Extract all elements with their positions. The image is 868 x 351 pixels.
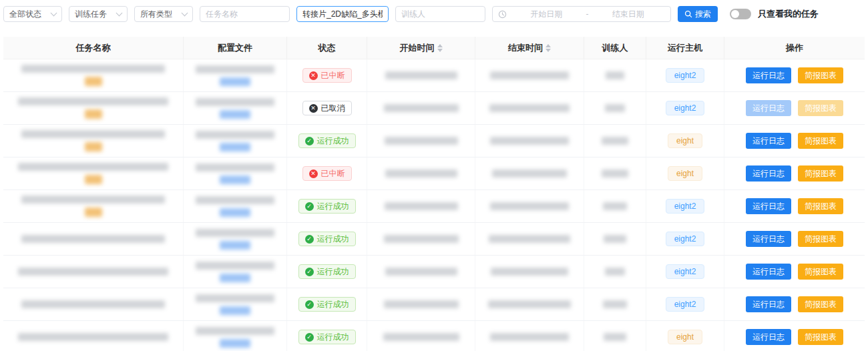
host-cell: eight2 <box>646 256 724 288</box>
report-chart-button[interactable]: 简报图表 <box>798 165 843 182</box>
end-time-cell <box>475 157 584 190</box>
config-link-redacted[interactable] <box>220 77 250 86</box>
column-header-trainer: 训练人 <box>584 37 646 59</box>
date-range-picker[interactable]: 开始日期 - 结束日期 <box>492 6 671 22</box>
actions-cell: 运行日志简报图表 <box>724 157 865 190</box>
end-time-redacted <box>490 333 569 341</box>
report-chart-button[interactable]: 简报图表 <box>798 264 843 280</box>
search-button-label: 搜索 <box>695 9 711 20</box>
status-cell: ✓运行成功 <box>287 288 367 320</box>
host-tag: eight2 <box>666 232 705 246</box>
task-name-cell <box>3 288 184 320</box>
config-link-redacted[interactable] <box>220 208 250 217</box>
task-name-redacted <box>18 97 168 105</box>
start-time-cell <box>367 321 475 351</box>
my-tasks-toggle[interactable] <box>730 9 751 19</box>
task-name-input[interactable] <box>206 9 284 19</box>
toggle-knob <box>731 10 739 18</box>
task-search-input[interactable] <box>302 9 383 19</box>
column-header-start-time: 开始时间 <box>367 37 475 59</box>
run-log-button[interactable]: 运行日志 <box>746 296 791 312</box>
end-time-redacted <box>490 137 569 145</box>
end-time-redacted <box>490 202 569 210</box>
task-name-redacted <box>21 130 165 138</box>
status-label: 运行成功 <box>317 234 349 245</box>
config-link-redacted[interactable] <box>220 143 250 151</box>
status-select-value: 全部状态 <box>9 9 41 20</box>
sort-icons[interactable] <box>546 44 551 52</box>
start-time-redacted <box>385 202 458 210</box>
host-tag: eight2 <box>666 264 705 279</box>
config-link-redacted[interactable] <box>220 110 250 119</box>
host-tag: eight2 <box>666 199 705 214</box>
task-name-cell <box>3 190 184 222</box>
column-header-config-file: 配置文件 <box>184 37 287 59</box>
actions-cell: 运行日志简报图表 <box>724 92 865 124</box>
trainer-input[interactable] <box>401 9 479 19</box>
host-cell: eight <box>646 125 724 157</box>
report-chart-button[interactable]: 简报图表 <box>798 133 843 149</box>
status-label: 已中断 <box>321 70 345 81</box>
run-log-button[interactable]: 运行日志 <box>746 67 791 83</box>
run-log-button[interactable]: 运行日志 <box>746 165 791 182</box>
report-chart-button[interactable]: 简报图表 <box>798 329 843 345</box>
config-file-redacted <box>196 131 274 139</box>
config-link-redacted[interactable] <box>220 241 250 250</box>
check-circle-icon: ✓ <box>305 333 314 342</box>
host-cell: eight <box>646 321 724 351</box>
start-time-redacted <box>384 104 459 112</box>
config-file-cell <box>184 125 287 157</box>
category-select[interactable]: 所有类型 <box>134 6 193 22</box>
end-time-redacted <box>490 71 569 79</box>
task-type-select[interactable]: 训练任务 <box>69 6 128 22</box>
task-name-cell <box>3 321 184 351</box>
report-chart-button[interactable]: 简报图表 <box>798 296 843 312</box>
run-log-button[interactable]: 运行日志 <box>746 329 791 345</box>
config-file-cell <box>184 223 287 255</box>
trainer-redacted <box>603 202 627 210</box>
column-header-end-time: 结束时间 <box>475 37 584 59</box>
end-time-redacted <box>488 300 571 308</box>
table-row: ✓运行成功eight2运行日志简报图表 <box>3 223 865 256</box>
run-log-button[interactable]: 运行日志 <box>746 231 791 247</box>
config-link-redacted[interactable] <box>220 176 250 184</box>
end-time-cell <box>475 190 584 222</box>
host-cell: eight2 <box>646 223 724 255</box>
end-time-cell <box>475 125 584 157</box>
trainer-redacted <box>602 169 628 178</box>
host-tag: eight <box>668 330 702 344</box>
report-chart-button[interactable]: 简报图表 <box>798 67 843 83</box>
actions-cell: 运行日志简报图表 <box>724 59 865 91</box>
status-cell: ✓运行成功 <box>287 223 367 255</box>
status-select[interactable]: 全部状态 <box>3 6 62 22</box>
config-link-redacted[interactable] <box>220 306 250 315</box>
task-name-redacted <box>21 196 165 204</box>
report-chart-button[interactable]: 简报图表 <box>798 231 843 247</box>
config-file-cell <box>184 256 287 288</box>
run-log-button[interactable]: 运行日志 <box>746 100 791 116</box>
close-circle-icon: ✕ <box>309 71 318 80</box>
task-name-cell <box>3 256 184 288</box>
trainer-redacted <box>605 104 625 112</box>
actions-cell: 运行日志简报图表 <box>724 256 865 288</box>
chevron-down-icon <box>51 10 57 17</box>
report-chart-button[interactable]: 简报图表 <box>798 198 843 214</box>
table-row: ✓运行成功eight2运行日志简报图表 <box>3 288 865 321</box>
config-file-cell <box>184 92 287 124</box>
run-log-button[interactable]: 运行日志 <box>746 133 791 149</box>
search-button[interactable]: 搜索 <box>678 6 718 22</box>
start-time-cell <box>367 190 475 222</box>
end-date-input[interactable]: 结束日期 <box>592 9 666 20</box>
sort-icons[interactable] <box>437 44 443 52</box>
config-link-redacted[interactable] <box>220 339 250 348</box>
config-link-redacted[interactable] <box>220 274 250 282</box>
start-time-redacted <box>385 137 458 145</box>
start-date-input[interactable]: 开始日期 <box>509 9 584 20</box>
start-time-cell <box>367 125 475 157</box>
run-log-button[interactable]: 运行日志 <box>746 264 791 280</box>
run-log-button[interactable]: 运行日志 <box>746 198 791 214</box>
filter-bar: 全部状态 训练任务 所有类型 开始日期 - 结束日期 搜索 只查看我的任务 <box>0 0 868 22</box>
task-tag-redacted <box>85 109 102 119</box>
config-file-cell <box>184 321 287 351</box>
report-chart-button[interactable]: 简报图表 <box>798 100 843 116</box>
